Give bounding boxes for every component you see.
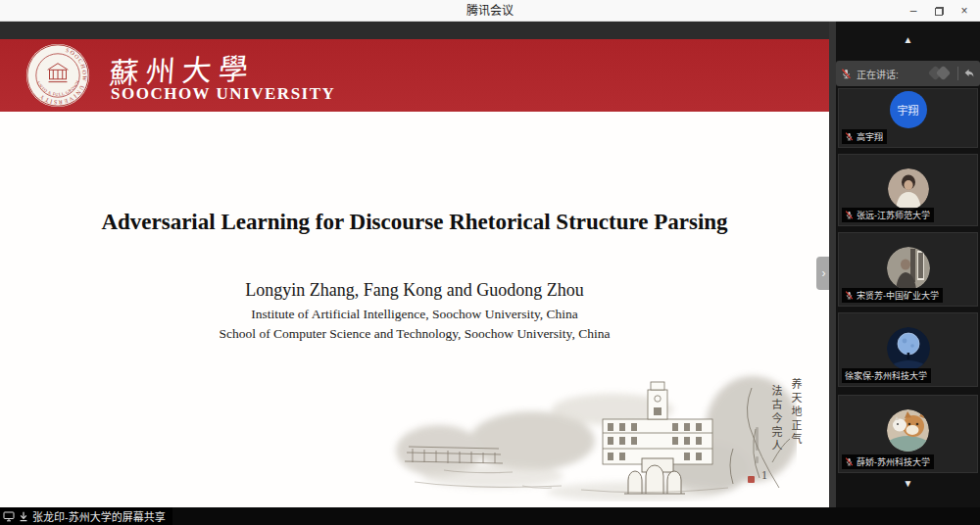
back-arrow-icon[interactable] [963,68,975,79]
avatar-photo [887,409,929,452]
participant-name-label: 宋贤芳-中国矿业大学 [842,288,943,303]
motto-column-right: 养天地正气 [787,378,803,453]
avatar: 宇翔 [890,91,927,128]
speaking-indicator-bar: 正在讲话: [836,61,980,86]
minimize-icon: – [910,4,917,18]
minimize-button[interactable]: – [904,1,923,21]
participant-name: 高宇翔 [857,130,883,143]
shared-screen-edge [0,22,829,39]
participant-name: 薛娇-苏州科技大学 [857,455,930,468]
participant-name: 徐家保-苏州科技大学 [845,369,927,382]
slide-page-number: 1 [755,468,774,483]
scroll-up-icon: ▲ [904,34,913,45]
restore-button[interactable] [929,1,949,21]
speaking-label: 正在讲话: [857,67,899,81]
participant-name: 宋贤芳-中国矿业大学 [857,289,939,302]
campus-ink-painting [385,368,797,501]
slide-affiliation-1: Institute of Artificial Intelligence, So… [0,307,829,322]
mic-muted-icon [845,132,854,141]
avatar-photo [888,168,929,210]
window-controls: – × [904,0,974,22]
restore-icon [935,7,944,16]
participant-name: 张远-江苏师范大学 [857,209,930,221]
arrow-down-icon [19,511,28,522]
artist-signature [756,427,759,451]
screen-share-status: 张龙印-苏州大学的屏幕共享 [0,507,172,525]
tencent-meeting-window: 腾讯会议 – × SOOCHOW UNIVERSITY [0,0,980,525]
mic-muted-icon [841,69,852,79]
close-button[interactable]: × [955,1,974,21]
participant-name-label: 高宇翔 [842,129,887,144]
university-seal: SOOCHOW UNIVERSITY UNTO A FULL GROWN MAN [24,42,91,109]
slide-title: Adversarial Learning for Discourse Rheto… [0,210,829,235]
avatar-photo [887,247,930,290]
participant-tile[interactable]: 宋贤芳-中国矿业大学 [838,232,978,307]
mic-muted-icon [845,291,854,300]
scroll-down-icon: ▼ [904,478,913,489]
painting-seal-stamp [748,476,755,483]
divider [957,67,958,80]
screen-share-label: 张龙印-苏州大学的屏幕共享 [32,508,166,524]
participant-tile[interactable]: 宇翔 高宇翔 [838,88,978,148]
scroll-up-button[interactable]: ▲ [836,35,980,45]
close-icon: × [960,4,967,18]
participants-sidebar: ▲ 正在讲话: 宇翔 高宇翔 [836,22,980,507]
speaker-avatars-icon [929,66,953,81]
university-banner: SOOCHOW UNIVERSITY UNTO A FULL GROWN MAN… [0,39,829,112]
participant-tile[interactable]: 徐家保-苏州科技大学 [838,312,978,387]
mic-muted-icon [845,211,854,219]
slide: Adversarial Learning for Discourse Rheto… [0,112,829,507]
panel-divider [829,22,836,507]
avatar-initials-text: 宇翔 [898,102,919,118]
chevron-right-icon: › [822,266,826,280]
mic-muted-icon [845,457,854,466]
motto-column-left: 法古今完人 [767,385,783,453]
participant-tile[interactable]: 张远-江苏师范大学 [838,154,978,226]
bottom-status-bar: 张龙印-苏州大学的屏幕共享 [0,507,980,525]
screen-share-view: SOOCHOW UNIVERSITY UNTO A FULL GROWN MAN… [0,22,829,507]
scroll-down-button[interactable]: ▼ [836,479,980,489]
slide-affiliation-2: School of Computer Science and Technolog… [0,326,829,342]
slide-authors: Longyin Zhang, Fang Kong and Guodong Zho… [0,280,829,301]
avatar-photo [887,327,930,370]
participant-name-label: 薛娇-苏州科技大学 [842,454,934,469]
monitor-icon [3,511,15,522]
university-motto-calligraphy: 养天地正气 法古今完人 [767,378,803,453]
participant-tile[interactable]: 薛娇-苏州科技大学 [838,395,978,473]
participant-name-label: 张远-江苏师范大学 [842,208,934,222]
window-titlebar: 腾讯会议 – × [0,0,980,22]
participant-name-label: 徐家保-苏州科技大学 [842,368,931,383]
window-title: 腾讯会议 [0,0,980,22]
university-name-en: SOOCHOW UNIVERSITY [111,84,335,104]
